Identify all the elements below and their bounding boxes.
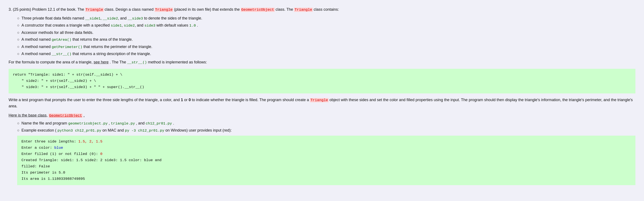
formula-text2: . The bbox=[110, 60, 118, 64]
bullet-1: Three private float data fields named __… bbox=[17, 15, 636, 21]
problem-desc4: class. The bbox=[276, 7, 293, 11]
getperimeter-code: getPerimeter() bbox=[52, 45, 82, 49]
python3-cmd: python3 ch12_pr01.py bbox=[58, 129, 101, 133]
sub-bullet-list: Name the file and program geometricobjec… bbox=[17, 120, 636, 134]
triangle-code-3: Triangle bbox=[294, 8, 312, 12]
formula-line: For the formula to compute the area of a… bbox=[8, 59, 636, 65]
geometric-code-1: GeometricObject bbox=[241, 8, 274, 12]
bullet-list: Three private float data fields named __… bbox=[17, 15, 636, 57]
side2-code: __side2 bbox=[103, 16, 118, 20]
geometric-class-link[interactable]: GeometricObject bbox=[49, 114, 82, 118]
base-class-section: Here is the base class, GeometricObject … bbox=[8, 112, 636, 119]
side3-code: __side3 bbox=[128, 16, 143, 20]
triangle-code-1: Triangle bbox=[85, 8, 104, 12]
triangle-code-2: Triangle bbox=[155, 8, 173, 12]
geometric-link[interactable]: GeometricObject bbox=[49, 113, 82, 117]
code-block: return "Triangle: side1: " + str(self.__… bbox=[8, 69, 636, 93]
bullet-3: Accessor methods for all three data fiel… bbox=[17, 29, 636, 36]
output-side-lengths: 1.5, 2, 1.5 bbox=[78, 140, 102, 144]
output-block: Enter three side lengths: 1.5, 2, 1.5 En… bbox=[17, 136, 636, 185]
formula-text3: method is implemented as follows: bbox=[148, 60, 207, 64]
problem-desc: Problem 12.1 of the book. The bbox=[32, 7, 84, 11]
sub-bullet-1: Name the file and program geometricobjec… bbox=[17, 120, 636, 126]
base-class-title: Here is the base class, bbox=[8, 113, 48, 117]
num-1: 1 bbox=[181, 98, 183, 102]
bullet-5: A method named getPerimeter() that retur… bbox=[17, 44, 636, 50]
tri-filename: triangle.py bbox=[111, 122, 135, 126]
formula-text: For the formula to compute the area of a… bbox=[8, 60, 92, 64]
str-method-code: __str__() bbox=[127, 60, 147, 64]
bullet-4: A method named getArea() that returns th… bbox=[17, 36, 636, 43]
output-color: blue bbox=[54, 146, 63, 150]
side3-param: side3 bbox=[144, 23, 155, 28]
bullet-6: A method named __str__() that returns a … bbox=[17, 51, 636, 57]
triangle-inline: Triangle bbox=[310, 98, 328, 102]
problem-container: 3. (25 points) Problem 12.1 of the book.… bbox=[8, 6, 636, 185]
output-filled: 0 bbox=[100, 152, 102, 156]
ch12-filename: ch12_pr01.py bbox=[146, 122, 172, 126]
geo-filename: geometricobject.py bbox=[68, 122, 108, 126]
side1-param: side1 bbox=[111, 23, 122, 28]
bullet-2: A constructor that creates a triangle wi… bbox=[17, 22, 636, 28]
problem-desc3: (placed in its own file) that extends th… bbox=[174, 7, 240, 11]
getarea-code: getArea() bbox=[52, 38, 72, 42]
py3-cmd: py -3 ch12_pr01.py bbox=[125, 129, 164, 133]
problem-desc5: class contains: bbox=[314, 7, 339, 11]
write-paragraph: Write a test program that prompts the us… bbox=[8, 97, 636, 109]
problem-number: 3. bbox=[8, 7, 12, 11]
problem-points: (25 points) bbox=[13, 7, 31, 11]
str-code: __str__() bbox=[52, 52, 72, 56]
side2-param: side2 bbox=[124, 23, 135, 28]
sub-bullet-2: Example execution ( python3 ch12_pr01.py… bbox=[17, 127, 636, 134]
default-val: 1.0 bbox=[189, 23, 196, 28]
problem-header: 3. (25 points) Problem 12.1 of the book.… bbox=[8, 6, 636, 13]
see-here-link[interactable]: see here bbox=[94, 60, 108, 64]
side1-code: __side1 bbox=[85, 16, 100, 20]
problem-desc2: class. Design a class named bbox=[105, 7, 154, 11]
num-0: 0 bbox=[188, 98, 191, 102]
